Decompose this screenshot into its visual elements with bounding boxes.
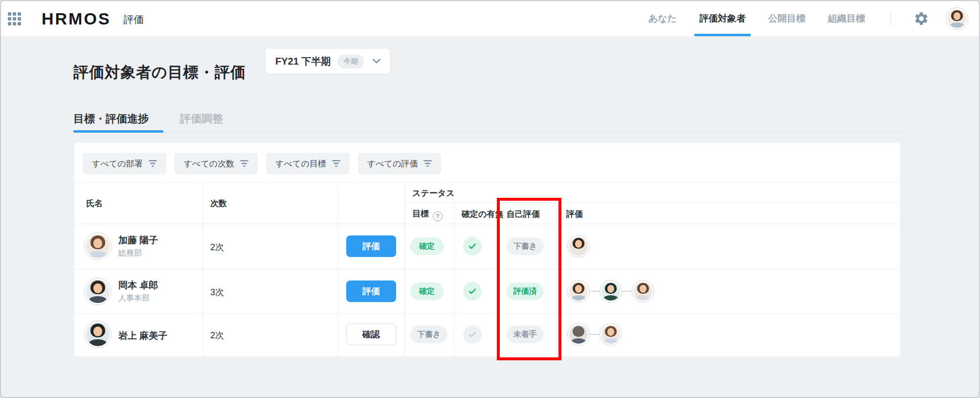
confirmed-check-icon bbox=[463, 282, 482, 301]
member-department: 総務部 bbox=[118, 248, 142, 258]
member-avatar bbox=[84, 278, 111, 305]
evaluator-avatar bbox=[567, 280, 590, 303]
evaluator-avatar bbox=[567, 323, 590, 346]
evaluator-avatar bbox=[567, 235, 590, 258]
filter-department-label: すべての部署 bbox=[92, 158, 143, 169]
nav-item-hyouka-taishousha[interactable]: 評価対象者 bbox=[699, 1, 746, 36]
nav-item-anata[interactable]: あなた bbox=[648, 1, 677, 36]
period-selector[interactable]: FY21 下半期 今期 bbox=[265, 48, 391, 74]
column-divider bbox=[404, 182, 405, 356]
self-evaluation-badge: 評価済 bbox=[507, 282, 544, 300]
main-nav: あなた 評価対象者 公開目標 組織目標 bbox=[626, 1, 979, 36]
tab-goal-progress[interactable]: 目標・評価進捗 bbox=[73, 112, 149, 126]
chain-connector bbox=[590, 334, 600, 335]
col-header-evaluation: 評価 bbox=[566, 209, 583, 220]
round-value: 3次 bbox=[210, 286, 224, 298]
row-divider bbox=[74, 269, 900, 270]
chain-connector bbox=[590, 291, 600, 292]
page-title: 評価対象者の目標・評価 bbox=[73, 62, 246, 83]
column-divider bbox=[500, 203, 500, 356]
round-value: 2次 bbox=[210, 329, 224, 341]
current-period-badge: 今期 bbox=[337, 54, 364, 69]
active-tab-underline bbox=[73, 130, 163, 133]
filter-icon bbox=[332, 160, 340, 167]
status-group-border bbox=[404, 203, 900, 203]
confirm-button[interactable]: 確認 bbox=[346, 324, 396, 345]
confirmed-check-icon bbox=[463, 325, 482, 344]
column-divider bbox=[203, 182, 203, 356]
nav-divider bbox=[891, 11, 891, 26]
member-name: 岩上 麻美子 bbox=[118, 329, 167, 342]
tab-evaluation-adjust[interactable]: 評価調整 bbox=[180, 112, 223, 126]
member-avatar bbox=[84, 233, 111, 260]
nav-item-koukai-mokuhyou[interactable]: 公開目標 bbox=[768, 1, 805, 36]
filter-evaluation[interactable]: すべての評価 bbox=[358, 153, 442, 174]
column-divider bbox=[558, 203, 559, 356]
tabs-baseline bbox=[73, 132, 908, 133]
chain-connector bbox=[622, 291, 632, 292]
hrmos-app-window: HRMOS 評価 あなた 評価対象者 公開目標 組織目標 評価対象者の目標・評価… bbox=[0, 0, 980, 398]
brand: HRMOS 評価 bbox=[8, 9, 144, 28]
question-circle-icon[interactable]: ? bbox=[433, 211, 443, 221]
filter-round[interactable]: すべての次数 bbox=[175, 153, 258, 174]
progress-panel: すべての部署 すべての次数 すべての目標 すべての評価 bbox=[74, 143, 900, 356]
col-header-name: 氏名 bbox=[86, 198, 103, 209]
self-evaluation-badge: 未着手 bbox=[507, 326, 544, 343]
evaluator-chain bbox=[567, 235, 590, 258]
goal-status-badge: 下書き bbox=[410, 326, 447, 343]
settings-gear-icon[interactable] bbox=[913, 11, 929, 26]
hrmos-logo: HRMOS bbox=[42, 9, 111, 28]
evaluate-button[interactable]: 評価 bbox=[346, 235, 396, 257]
filter-icon bbox=[149, 160, 157, 167]
evaluate-button[interactable]: 評価 bbox=[346, 281, 396, 302]
col-header-status-group: ステータス bbox=[412, 187, 455, 199]
round-value: 2次 bbox=[210, 241, 224, 253]
goal-status-badge: 確定 bbox=[410, 282, 444, 300]
goal-status-badge: 確定 bbox=[410, 237, 444, 255]
col-header-confirmed: 確定の有無 bbox=[462, 209, 503, 220]
confirmed-check-icon bbox=[463, 237, 482, 256]
evaluator-avatar bbox=[600, 323, 622, 346]
col-header-self-evaluation: 自己評価 bbox=[507, 209, 540, 220]
filter-icon bbox=[240, 160, 248, 167]
app-grid-icon[interactable] bbox=[8, 12, 21, 25]
evaluator-chain bbox=[567, 323, 622, 346]
self-evaluation-badge: 下書き bbox=[507, 237, 544, 255]
evaluator-chain bbox=[567, 280, 654, 303]
col-header-goal: 目標? bbox=[412, 208, 443, 221]
filter-goal-label: すべての目標 bbox=[275, 158, 326, 169]
period-value: FY21 下半期 bbox=[275, 55, 331, 68]
product-name: 評価 bbox=[124, 13, 144, 26]
filter-round-label: すべての次数 bbox=[184, 158, 235, 169]
chevron-down-icon bbox=[373, 59, 380, 64]
filter-goal[interactable]: すべての目標 bbox=[266, 153, 350, 174]
goal-header-label: 目標 bbox=[412, 209, 429, 218]
member-department: 人事本部 bbox=[118, 293, 150, 304]
row-divider bbox=[74, 313, 900, 314]
nav-item-soshiki-mokuhyou[interactable]: 組織目標 bbox=[828, 1, 865, 36]
col-header-round: 次数 bbox=[210, 198, 227, 209]
filter-evaluation-label: すべての評価 bbox=[367, 158, 418, 169]
filter-bar: すべての部署 すべての次数 すべての目標 すべての評価 bbox=[83, 153, 441, 174]
column-divider bbox=[337, 182, 338, 356]
evaluator-avatar bbox=[632, 280, 654, 303]
table-top-border bbox=[74, 182, 900, 183]
member-avatar bbox=[84, 321, 111, 348]
top-navbar: HRMOS 評価 あなた 評価対象者 公開目標 組織目標 bbox=[1, 1, 979, 36]
header-bottom-border bbox=[74, 224, 900, 224]
member-name: 岡本 卓郎 bbox=[118, 279, 158, 292]
column-divider bbox=[454, 203, 454, 356]
evaluator-avatar bbox=[600, 280, 622, 303]
filter-icon bbox=[423, 160, 432, 167]
member-name: 加藤 陽子 bbox=[118, 234, 158, 247]
user-avatar[interactable] bbox=[946, 7, 968, 30]
filter-department[interactable]: すべての部署 bbox=[83, 153, 166, 174]
